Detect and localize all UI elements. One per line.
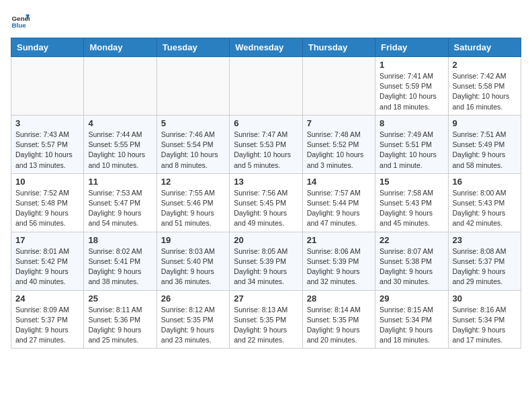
- calendar-day: 6Sunrise: 7:47 AM Sunset: 5:53 PM Daylig…: [230, 115, 302, 173]
- calendar-day: 4Sunrise: 7:44 AM Sunset: 5:55 PM Daylig…: [84, 115, 157, 173]
- calendar-day: [302, 57, 375, 116]
- calendar-week-4: 17Sunrise: 8:01 AM Sunset: 5:42 PM Dayli…: [11, 232, 521, 290]
- calendar-day: 9Sunrise: 7:51 AM Sunset: 5:49 PM Daylig…: [448, 115, 521, 173]
- calendar-week-3: 10Sunrise: 7:52 AM Sunset: 5:48 PM Dayli…: [11, 173, 521, 232]
- day-info: Sunrise: 8:03 AM Sunset: 5:40 PM Dayligh…: [161, 246, 225, 287]
- calendar-day: 15Sunrise: 7:58 AM Sunset: 5:43 PM Dayli…: [375, 173, 448, 232]
- day-number: 24: [15, 293, 79, 304]
- calendar-day: 1Sunrise: 7:41 AM Sunset: 5:59 PM Daylig…: [375, 57, 448, 116]
- day-info: Sunrise: 8:14 AM Sunset: 5:35 PM Dayligh…: [307, 305, 371, 346]
- calendar-day: 27Sunrise: 8:13 AM Sunset: 5:35 PM Dayli…: [230, 290, 302, 349]
- day-info: Sunrise: 7:44 AM Sunset: 5:55 PM Dayligh…: [88, 130, 152, 171]
- day-info: Sunrise: 8:06 AM Sunset: 5:39 PM Dayligh…: [307, 246, 371, 287]
- day-info: Sunrise: 7:49 AM Sunset: 5:51 PM Dayligh…: [380, 130, 443, 171]
- calendar-table: SundayMondayTuesdayWednesdayThursdayFrid…: [11, 38, 521, 349]
- day-number: 17: [15, 235, 79, 245]
- day-info: Sunrise: 8:16 AM Sunset: 5:34 PM Dayligh…: [453, 305, 517, 346]
- calendar-day: 22Sunrise: 8:07 AM Sunset: 5:38 PM Dayli…: [375, 232, 448, 290]
- calendar-day: 5Sunrise: 7:46 AM Sunset: 5:54 PM Daylig…: [157, 115, 229, 173]
- calendar-day: 19Sunrise: 8:03 AM Sunset: 5:40 PM Dayli…: [157, 232, 229, 290]
- day-number: 2: [453, 60, 517, 70]
- day-info: Sunrise: 7:51 AM Sunset: 5:49 PM Dayligh…: [453, 130, 517, 171]
- day-number: 27: [234, 293, 298, 304]
- calendar-week-2: 3Sunrise: 7:43 AM Sunset: 5:57 PM Daylig…: [11, 115, 521, 173]
- day-number: 23: [453, 235, 517, 245]
- day-info: Sunrise: 7:48 AM Sunset: 5:52 PM Dayligh…: [307, 130, 371, 171]
- day-number: 9: [453, 118, 517, 128]
- day-number: 14: [307, 177, 371, 187]
- calendar-day: 10Sunrise: 7:52 AM Sunset: 5:48 PM Dayli…: [11, 173, 84, 232]
- calendar-day: 28Sunrise: 8:14 AM Sunset: 5:35 PM Dayli…: [302, 290, 375, 349]
- day-number: 15: [380, 177, 443, 187]
- day-info: Sunrise: 7:58 AM Sunset: 5:43 PM Dayligh…: [380, 188, 443, 229]
- day-number: 10: [15, 177, 79, 187]
- calendar-day: 17Sunrise: 8:01 AM Sunset: 5:42 PM Dayli…: [11, 232, 84, 290]
- svg-text:Blue: Blue: [11, 21, 26, 29]
- day-info: Sunrise: 7:47 AM Sunset: 5:53 PM Dayligh…: [234, 130, 298, 171]
- day-number: 3: [15, 118, 79, 128]
- day-number: 16: [453, 177, 517, 187]
- calendar-day: 13Sunrise: 7:56 AM Sunset: 5:45 PM Dayli…: [230, 173, 302, 232]
- calendar-day: 2Sunrise: 7:42 AM Sunset: 5:58 PM Daylig…: [448, 57, 521, 116]
- day-header-wednesday: Wednesday: [230, 38, 302, 57]
- day-info: Sunrise: 8:00 AM Sunset: 5:43 PM Dayligh…: [453, 188, 517, 229]
- day-info: Sunrise: 7:46 AM Sunset: 5:54 PM Dayligh…: [161, 130, 225, 171]
- day-number: 21: [307, 235, 371, 245]
- day-number: 25: [88, 293, 152, 304]
- calendar-header-row: SundayMondayTuesdayWednesdayThursdayFrid…: [11, 38, 521, 57]
- calendar-day: [84, 57, 157, 116]
- day-number: 7: [307, 118, 371, 128]
- calendar-day: 20Sunrise: 8:05 AM Sunset: 5:39 PM Dayli…: [230, 232, 302, 290]
- day-header-thursday: Thursday: [302, 38, 375, 57]
- calendar-day: 23Sunrise: 8:08 AM Sunset: 5:37 PM Dayli…: [448, 232, 521, 290]
- day-info: Sunrise: 7:53 AM Sunset: 5:47 PM Dayligh…: [88, 188, 152, 229]
- logo: General Blue: [11, 11, 32, 30]
- day-info: Sunrise: 7:41 AM Sunset: 5:59 PM Dayligh…: [380, 71, 443, 112]
- calendar-day: 16Sunrise: 8:00 AM Sunset: 5:43 PM Dayli…: [448, 173, 521, 232]
- calendar-day: 7Sunrise: 7:48 AM Sunset: 5:52 PM Daylig…: [302, 115, 375, 173]
- day-header-friday: Friday: [375, 38, 448, 57]
- day-info: Sunrise: 8:12 AM Sunset: 5:35 PM Dayligh…: [161, 305, 225, 346]
- day-number: 28: [307, 293, 371, 304]
- calendar-day: 8Sunrise: 7:49 AM Sunset: 5:51 PM Daylig…: [375, 115, 448, 173]
- day-number: 5: [161, 118, 225, 128]
- day-info: Sunrise: 8:07 AM Sunset: 5:38 PM Dayligh…: [380, 246, 443, 287]
- day-number: 4: [88, 118, 152, 128]
- day-info: Sunrise: 7:56 AM Sunset: 5:45 PM Dayligh…: [234, 188, 298, 229]
- day-header-saturday: Saturday: [448, 38, 521, 57]
- day-info: Sunrise: 8:09 AM Sunset: 5:37 PM Dayligh…: [15, 305, 79, 346]
- calendar-day: 25Sunrise: 8:11 AM Sunset: 5:36 PM Dayli…: [84, 290, 157, 349]
- calendar-day: 24Sunrise: 8:09 AM Sunset: 5:37 PM Dayli…: [11, 290, 84, 349]
- day-header-monday: Monday: [84, 38, 157, 57]
- calendar-week-1: 1Sunrise: 7:41 AM Sunset: 5:59 PM Daylig…: [11, 57, 521, 116]
- calendar-day: 14Sunrise: 7:57 AM Sunset: 5:44 PM Dayli…: [302, 173, 375, 232]
- day-info: Sunrise: 8:08 AM Sunset: 5:37 PM Dayligh…: [453, 246, 517, 287]
- calendar-day: [230, 57, 302, 116]
- day-number: 30: [453, 293, 517, 304]
- day-header-sunday: Sunday: [11, 38, 84, 57]
- day-header-tuesday: Tuesday: [157, 38, 229, 57]
- day-info: Sunrise: 8:13 AM Sunset: 5:35 PM Dayligh…: [234, 305, 298, 346]
- day-info: Sunrise: 7:52 AM Sunset: 5:48 PM Dayligh…: [15, 188, 79, 229]
- calendar-day: [11, 57, 84, 116]
- day-number: 26: [161, 293, 225, 304]
- day-info: Sunrise: 8:05 AM Sunset: 5:39 PM Dayligh…: [234, 246, 298, 287]
- day-info: Sunrise: 7:43 AM Sunset: 5:57 PM Dayligh…: [15, 130, 79, 171]
- day-number: 13: [234, 177, 298, 187]
- day-number: 22: [380, 235, 443, 245]
- day-info: Sunrise: 8:02 AM Sunset: 5:41 PM Dayligh…: [88, 246, 152, 287]
- calendar-day: 30Sunrise: 8:16 AM Sunset: 5:34 PM Dayli…: [448, 290, 521, 349]
- calendar-day: 26Sunrise: 8:12 AM Sunset: 5:35 PM Dayli…: [157, 290, 229, 349]
- day-info: Sunrise: 8:01 AM Sunset: 5:42 PM Dayligh…: [15, 246, 79, 287]
- calendar-week-5: 24Sunrise: 8:09 AM Sunset: 5:37 PM Dayli…: [11, 290, 521, 349]
- calendar-day: 29Sunrise: 8:15 AM Sunset: 5:34 PM Dayli…: [375, 290, 448, 349]
- day-number: 20: [234, 235, 298, 245]
- day-number: 11: [88, 177, 152, 187]
- calendar-day: 21Sunrise: 8:06 AM Sunset: 5:39 PM Dayli…: [302, 232, 375, 290]
- day-number: 19: [161, 235, 225, 245]
- day-number: 12: [161, 177, 225, 187]
- calendar-day: 3Sunrise: 7:43 AM Sunset: 5:57 PM Daylig…: [11, 115, 84, 173]
- day-number: 29: [380, 293, 443, 304]
- day-info: Sunrise: 7:42 AM Sunset: 5:58 PM Dayligh…: [453, 71, 517, 112]
- day-number: 1: [380, 60, 443, 70]
